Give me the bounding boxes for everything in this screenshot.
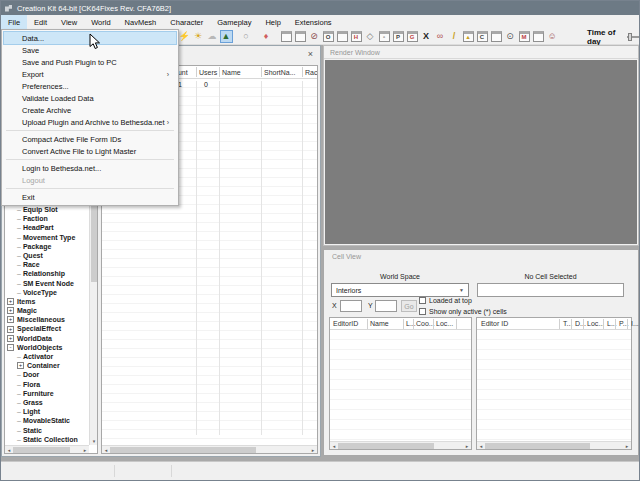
g-window-icon[interactable]: G xyxy=(407,31,418,42)
tree-item-voicetype[interactable]: –VoiceType xyxy=(5,288,88,297)
scroll-down-icon[interactable]: ▾ xyxy=(90,437,98,445)
tree-item-headpart[interactable]: –HeadPart xyxy=(5,223,88,232)
tree-item-static[interactable]: –Static xyxy=(5,426,88,435)
window-icon-4[interactable] xyxy=(491,31,502,42)
pick-icon[interactable]: / xyxy=(448,30,461,43)
dot-window-icon[interactable]: ▫ xyxy=(379,31,390,42)
tree-item-furniture[interactable]: –Furniture xyxy=(5,389,88,398)
scroll-left-icon[interactable]: ◂ xyxy=(5,446,13,454)
y-input[interactable] xyxy=(375,300,397,312)
file-menu-item-logout[interactable]: Logout xyxy=(4,174,176,186)
menu-extensions[interactable]: Extensions xyxy=(288,15,339,29)
tree-item-miscellaneous[interactable]: +Miscellaneous xyxy=(5,315,88,324)
file-menu-item-login-to-bethesda-net[interactable]: Login to Bethesda.net... xyxy=(4,162,176,174)
file-menu-item-exit[interactable]: Exit xyxy=(4,191,176,203)
face-icon[interactable]: ☺ xyxy=(546,30,559,43)
ref-list-body[interactable] xyxy=(477,330,631,441)
ref-list-header[interactable]: Editor IDT...D...Loc...L...P...I... xyxy=(477,318,631,330)
lamp-icon[interactable]: ♦ xyxy=(260,30,273,43)
menu-view[interactable]: View xyxy=(54,15,84,29)
scroll-right-icon[interactable]: ▸ xyxy=(81,446,89,454)
column-header-shortna[interactable]: ShortNa... xyxy=(264,69,296,76)
expand-icon[interactable]: + xyxy=(7,307,14,314)
column-header-editorid[interactable]: Editor ID xyxy=(481,320,508,327)
ref-list-hscrollbar[interactable]: ◂ ▸ xyxy=(477,441,631,449)
tree-horizontal-scrollbar[interactable]: ◂ ▸ xyxy=(5,445,89,453)
speech-bubble-icon[interactable]: ○ xyxy=(240,30,253,43)
clock-icon[interactable]: ⊙ xyxy=(504,30,517,43)
tree-item-light[interactable]: –Light xyxy=(5,407,88,416)
window-icon-3[interactable] xyxy=(337,31,348,42)
scroll-left-icon[interactable]: ◂ xyxy=(477,442,485,450)
tree-item-equip-slot[interactable]: –Equip Slot xyxy=(5,205,88,214)
tree-item-grass[interactable]: –Grass xyxy=(5,398,88,407)
scroll-right-icon[interactable]: ▸ xyxy=(309,446,317,454)
menu-character[interactable]: Character xyxy=(163,15,210,29)
column-header-name[interactable]: Name xyxy=(370,320,389,327)
file-menu-item-create-archive[interactable]: Create Archive xyxy=(4,104,176,116)
fog-icon[interactable]: ☁ xyxy=(206,30,219,43)
expand-icon[interactable]: + xyxy=(7,298,14,305)
tree-item-static-collection[interactable]: –Static Collection xyxy=(5,435,88,444)
menu-gameplay[interactable]: Gameplay xyxy=(210,15,258,29)
cell-list-hscrollbar[interactable]: ◂ ▸ xyxy=(330,441,471,449)
tree-item-door[interactable]: –Door xyxy=(5,370,88,379)
menu-help[interactable]: Help xyxy=(258,15,287,29)
tree-item-flora[interactable]: –Flora xyxy=(5,380,88,389)
world-space-dropdown[interactable]: Interiors ▼ xyxy=(331,283,469,297)
column-header-users[interactable]: Users xyxy=(199,69,217,76)
column-header-loc[interactable]: Loc... xyxy=(587,320,604,327)
scroll-left-icon[interactable]: ◂ xyxy=(102,446,110,454)
tree-item-worldobjects[interactable]: -WorldObjects xyxy=(5,343,88,352)
column-header-name[interactable]: Name xyxy=(222,69,241,76)
ref-list-hscroll-thumb[interactable] xyxy=(485,443,590,449)
scroll-left-icon[interactable]: ◂ xyxy=(330,442,338,450)
prohibit-icon[interactable]: ⊘ xyxy=(308,30,321,43)
light-bulb-icon[interactable]: ☀ xyxy=(192,30,205,43)
tree-item-worlddata[interactable]: +WorldData xyxy=(5,334,88,343)
tree-item-movement-type[interactable]: –Movement Type xyxy=(5,233,88,242)
delete-icon[interactable]: X xyxy=(420,30,433,43)
list-horizontal-scrollbar[interactable]: ◂ ▸ xyxy=(102,445,317,453)
column-header-race[interactable]: Race xyxy=(305,69,318,76)
tree-item-relationship[interactable]: –Relationship xyxy=(5,269,88,278)
scroll-right-icon[interactable]: ▸ xyxy=(623,442,631,450)
tree-item-items[interactable]: +Items xyxy=(5,297,88,306)
c-window-icon[interactable]: C xyxy=(477,31,488,42)
tree-item-activator[interactable]: –Activator xyxy=(5,352,88,361)
file-menu-item-validate-loaded-data[interactable]: Validate Loaded Data xyxy=(4,92,176,104)
actor-icon[interactable]: ⚡ xyxy=(178,30,191,43)
window-icon-5[interactable] xyxy=(533,31,544,42)
h-window-icon[interactable]: H xyxy=(351,31,362,42)
column-header-i[interactable]: I... xyxy=(631,320,639,327)
menu-edit[interactable]: Edit xyxy=(27,15,54,29)
tree-item-sm-event-node[interactable]: –SM Event Node xyxy=(5,279,88,288)
tree-item-faction[interactable]: –Faction xyxy=(5,214,88,223)
o-window-icon[interactable]: O xyxy=(323,31,334,42)
menu-file[interactable]: File xyxy=(1,15,27,29)
tree-item-container[interactable]: +Container xyxy=(5,361,88,370)
column-header-l[interactable]: L... xyxy=(406,320,416,327)
column-header-coo[interactable]: Coo... xyxy=(416,320,435,327)
file-menu-item-export[interactable]: Export› xyxy=(4,68,176,80)
column-header-editorid[interactable]: EditorID xyxy=(333,320,358,327)
star-window-icon[interactable]: ▴ xyxy=(463,31,474,42)
file-menu-item-save-and-push-plugin-to-pc[interactable]: Save and Push Plugin to PC xyxy=(4,56,176,68)
tree-item-quest[interactable]: –Quest xyxy=(5,251,88,260)
cube-icon[interactable]: ◇ xyxy=(364,30,377,43)
m-window-icon[interactable]: M xyxy=(519,31,530,42)
go-button[interactable]: Go xyxy=(401,300,417,312)
cell-list-hscroll-thumb[interactable] xyxy=(338,443,434,449)
menu-navmesh[interactable]: NavMesh xyxy=(118,15,164,29)
tree-item-race[interactable]: –Race xyxy=(5,260,88,269)
link-icon[interactable]: ∞ xyxy=(434,30,447,43)
file-menu-item-compact-active-file-form-ids[interactable]: Compact Active File Form IDs xyxy=(4,133,176,145)
menu-world[interactable]: World xyxy=(84,15,117,29)
cell-list-body[interactable] xyxy=(330,330,471,441)
window-icon-1[interactable] xyxy=(281,31,292,42)
cell-filter-input[interactable] xyxy=(477,283,624,297)
file-menu-item-convert-active-file-to-light-master[interactable]: Convert Active File to Light Master xyxy=(4,145,176,157)
close-icon[interactable]: × xyxy=(308,49,313,59)
file-menu-item-preferences[interactable]: Preferences... xyxy=(4,80,176,92)
expand-icon[interactable]: + xyxy=(7,326,14,333)
